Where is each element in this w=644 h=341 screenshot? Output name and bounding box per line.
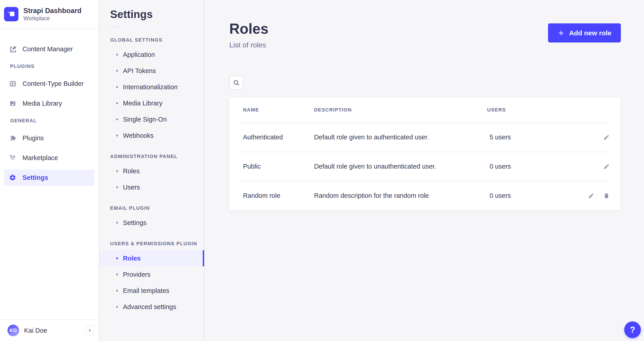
table-row-authenticated[interactable]: Authenticated Default role given to auth… <box>240 122 610 152</box>
snav-list: Roles Providers Email templates Advanced… <box>99 250 204 315</box>
role-description: Default role given to unauthenticated us… <box>314 163 487 170</box>
bullet-icon <box>116 102 118 104</box>
avatar[interactable]: KD <box>8 324 19 336</box>
page-subtitle: List of roles <box>229 41 268 49</box>
sidebar-item-marketplace[interactable]: Marketplace <box>4 150 94 166</box>
role-users-count: 0 users <box>487 192 585 200</box>
pencil-icon <box>603 164 610 170</box>
snav-item-email-settings[interactable]: Settings <box>99 215 204 231</box>
page-title: Roles <box>229 21 268 37</box>
snav-section-users-permissions-plugin: Users & Permissions Plugin <box>99 241 204 246</box>
sidebar-item-content-type-builder[interactable]: Content-Type Builder <box>4 76 94 92</box>
snav-item-label: Roles <box>123 168 140 175</box>
role-name: Authenticated <box>243 134 314 141</box>
snav-item-label: Internationalization <box>123 84 178 91</box>
workplace-switcher[interactable]: Strapi Dashboard Workplace <box>0 0 99 29</box>
search-button[interactable] <box>229 76 243 90</box>
pencil-icon <box>588 193 594 199</box>
bullet-icon <box>116 258 118 259</box>
sidebar-item-content-manager[interactable]: Content Manager <box>4 41 94 57</box>
add-new-role-label: Add new role <box>569 29 612 37</box>
row-actions <box>585 134 610 140</box>
plus-icon <box>558 30 565 37</box>
edit-role-button[interactable] <box>603 164 610 170</box>
snav-item-label: Email templates <box>123 287 169 294</box>
brand-text: Strapi Dashboard Workplace <box>24 6 81 22</box>
sidebar-item-settings[interactable]: Settings <box>4 170 94 186</box>
sidebar-item-label: Content Manager <box>22 46 73 53</box>
bullet-icon <box>116 274 118 275</box>
snav-item-label: API Tokens <box>123 67 156 75</box>
edit-role-button[interactable] <box>588 193 594 199</box>
delete-role-button[interactable] <box>603 193 610 199</box>
snav-list: Application API Tokens Internationalizat… <box>99 46 204 144</box>
snav-item-label: Single Sign-On <box>123 116 167 123</box>
pencil-icon <box>603 134 610 140</box>
row-actions <box>585 193 610 199</box>
main-content: Roles List of roles Add new role Name De… <box>204 0 644 341</box>
shopping-cart-icon <box>9 154 16 162</box>
sidebar-item-label: Settings <box>22 174 48 182</box>
snav-item-label: Webhooks <box>123 132 154 139</box>
snav-item-api-tokens[interactable]: API Tokens <box>99 63 204 79</box>
snav-item-up-email-templates[interactable]: Email templates <box>99 282 204 299</box>
snav-item-up-providers[interactable]: Providers <box>99 266 204 282</box>
bullet-icon <box>116 306 118 308</box>
snav-item-single-sign-on[interactable]: Single Sign-On <box>99 111 204 128</box>
snav-item-media-library[interactable]: Media Library <box>99 95 204 111</box>
strapi-logo-icon <box>4 7 18 21</box>
bullet-icon <box>116 54 118 56</box>
snav-item-label: Application <box>123 51 155 58</box>
sidebar-spacer <box>0 186 99 320</box>
settings-nav-title: Settings <box>99 8 204 20</box>
help-button[interactable]: ? <box>624 322 641 338</box>
column-header-name: Name <box>243 107 314 113</box>
strapi-admin-app: Strapi Dashboard Workplace Content Manag… <box>0 0 644 341</box>
snav-item-up-advanced-settings[interactable]: Advanced settings <box>99 299 204 315</box>
snav-item-admin-users[interactable]: Users <box>99 179 204 195</box>
main-sidebar: Strapi Dashboard Workplace Content Manag… <box>0 0 99 341</box>
roles-table: Name Description Users Authenticated Def… <box>229 97 620 210</box>
sidebar-section-general: General <box>0 118 99 124</box>
bullet-icon <box>116 135 118 136</box>
question-mark-icon: ? <box>630 325 635 335</box>
role-users-count: 0 users <box>487 163 585 170</box>
snav-item-up-roles[interactable]: Roles <box>99 250 204 266</box>
table-row-random-role[interactable]: Random role Random description for the r… <box>240 181 610 210</box>
settings-sidebar: Settings Global Settings Application API… <box>99 0 204 341</box>
sidebar-item-label: Media Library <box>22 100 62 107</box>
add-new-role-button[interactable]: Add new role <box>548 24 621 42</box>
table-row-public[interactable]: Public Default role given to unauthentic… <box>240 152 610 181</box>
snav-item-label: Users <box>123 184 140 191</box>
user-section: KD Kai Doe <box>0 320 99 341</box>
snav-section-global-settings: Global Settings <box>99 37 204 43</box>
bullet-icon <box>116 290 118 292</box>
sidebar-item-label: Content-Type Builder <box>22 80 84 88</box>
row-actions <box>585 164 610 170</box>
snav-list: Settings <box>99 215 204 231</box>
bullet-icon <box>116 86 118 88</box>
chevron-left-icon <box>88 328 92 333</box>
bullet-icon <box>116 186 118 188</box>
feather-pen-icon <box>9 46 16 52</box>
bullet-icon <box>116 222 118 224</box>
role-name: Random role <box>243 192 314 200</box>
snav-item-label: Settings <box>123 219 146 226</box>
page-header: Roles List of roles Add new role <box>229 21 621 49</box>
sidebar-item-plugins[interactable]: Plugins <box>4 130 94 146</box>
app-title: Strapi Dashboard <box>24 6 81 15</box>
snav-item-admin-roles[interactable]: Roles <box>99 163 204 179</box>
snav-item-internationalization[interactable]: Internationalization <box>99 79 204 95</box>
collapse-sidebar-button[interactable] <box>86 325 94 336</box>
gear-icon <box>9 174 16 181</box>
workplace-label: Workplace <box>24 15 81 22</box>
snav-item-application[interactable]: Application <box>99 46 204 63</box>
sidebar-section-plugins: Plugins <box>0 64 99 69</box>
column-header-description: Description <box>314 107 487 113</box>
role-description: Random description for the random role <box>314 192 487 200</box>
layout-grid-icon <box>9 80 16 87</box>
snav-item-webhooks[interactable]: Webhooks <box>99 128 204 144</box>
divider <box>110 27 121 27</box>
sidebar-item-media-library[interactable]: Media Library <box>4 95 94 112</box>
edit-role-button[interactable] <box>603 134 610 140</box>
